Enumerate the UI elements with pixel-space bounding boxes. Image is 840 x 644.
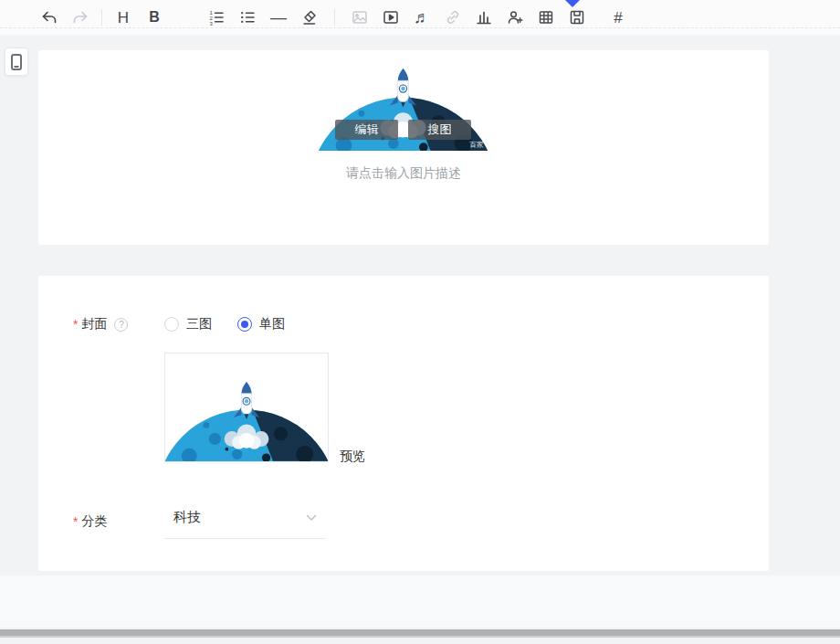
image-edit-button[interactable]: 编辑 (335, 120, 398, 140)
unordered-list-button[interactable] (232, 2, 263, 33)
bold-button[interactable]: B (139, 2, 170, 33)
link-icon (444, 8, 462, 26)
radio-label: 单图 (259, 316, 285, 333)
category-field-label: * 分类 (73, 513, 107, 530)
blockquote-button[interactable]: “ (170, 2, 201, 33)
radio-label: 三图 (186, 316, 212, 333)
svg-text:3: 3 (210, 21, 214, 26)
image-watermark: 百家 (469, 141, 484, 149)
blockquote-icon: “ (178, 11, 192, 24)
redo-icon (71, 8, 89, 26)
mention-user-icon (506, 8, 524, 26)
cover-field-label: * 封面 ? (73, 316, 128, 333)
cover-thumbnail[interactable] (164, 353, 329, 462)
redo-button[interactable] (65, 2, 96, 33)
chart-icon (475, 8, 493, 26)
undo-button[interactable] (34, 2, 65, 33)
article-image[interactable]: 百家 编辑 搜图 (317, 62, 489, 151)
radio-circle-icon (237, 317, 252, 332)
radio-three-images[interactable]: 三图 (164, 316, 212, 333)
publish-settings-card: * 封面 ? 三图 单图 (38, 276, 769, 571)
required-asterisk: * (73, 317, 78, 332)
required-asterisk: * (73, 514, 78, 529)
image-icon (351, 8, 369, 26)
cover-type-radios: 三图 单图 (164, 316, 285, 333)
question-mark-icon[interactable]: ? (114, 318, 128, 332)
save-icon (568, 8, 586, 26)
hashtag-icon: # (614, 10, 622, 26)
video-icon (382, 8, 400, 26)
image-actions: 编辑 搜图 (317, 120, 489, 140)
insert-chart-button[interactable] (468, 2, 499, 33)
bold-icon: B (149, 10, 160, 25)
mobile-phone-icon (11, 54, 22, 70)
editor-card: 百家 编辑 搜图 请点击输入图片描述 (38, 50, 769, 245)
table-icon (537, 8, 555, 26)
ordered-list-button[interactable]: 123 (201, 2, 232, 33)
image-search-button[interactable]: 搜图 (408, 120, 471, 140)
heading-button[interactable]: H (108, 2, 139, 33)
hashtag-topic-button[interactable]: # (603, 2, 634, 33)
editor-toolbar: H B “ 123 — ♬ # (0, 0, 840, 35)
horizontal-rule-icon: — (270, 9, 287, 26)
heading-icon: H (118, 10, 129, 26)
window-bottom-edge (0, 629, 840, 638)
publish-footer-bar: 回到顶部 字数 460 今天您还能发5篇内容 发 布 定时发布 存草稿 预 览 (0, 575, 840, 628)
cover-label-text: 封面 (81, 316, 107, 333)
chevron-down-icon (306, 514, 317, 522)
cover-preview-link[interactable]: 预览 (340, 449, 365, 465)
mention-user-button[interactable] (499, 2, 530, 33)
insert-image-button[interactable] (344, 2, 375, 33)
radio-circle-icon (164, 317, 179, 332)
undo-icon (40, 8, 58, 26)
insert-music-button[interactable]: ♬ (406, 2, 437, 33)
toolbar-separator (101, 9, 102, 26)
music-icon: ♬ (414, 9, 430, 26)
category-select[interactable]: 科技 (164, 502, 326, 539)
rocket-illustration-thumb (165, 375, 328, 461)
unordered-list-icon (238, 8, 257, 26)
insert-video-button[interactable] (375, 2, 406, 33)
eraser-button[interactable] (294, 2, 325, 33)
radio-single-image[interactable]: 单图 (237, 316, 285, 333)
category-selected-value: 科技 (173, 509, 201, 526)
toolbar-separator (334, 9, 335, 26)
eraser-icon (300, 8, 319, 26)
image-caption-placeholder[interactable]: 请点击输入图片描述 (38, 165, 769, 182)
insert-table-button[interactable] (530, 2, 562, 33)
ordered-list-icon: 123 (207, 8, 226, 26)
horizontal-rule-button[interactable]: — (263, 2, 294, 33)
mobile-preview-button[interactable] (5, 48, 28, 76)
caret-pointer-icon (565, 0, 580, 7)
category-label-text: 分类 (81, 513, 107, 530)
insert-link-button[interactable] (437, 2, 468, 33)
